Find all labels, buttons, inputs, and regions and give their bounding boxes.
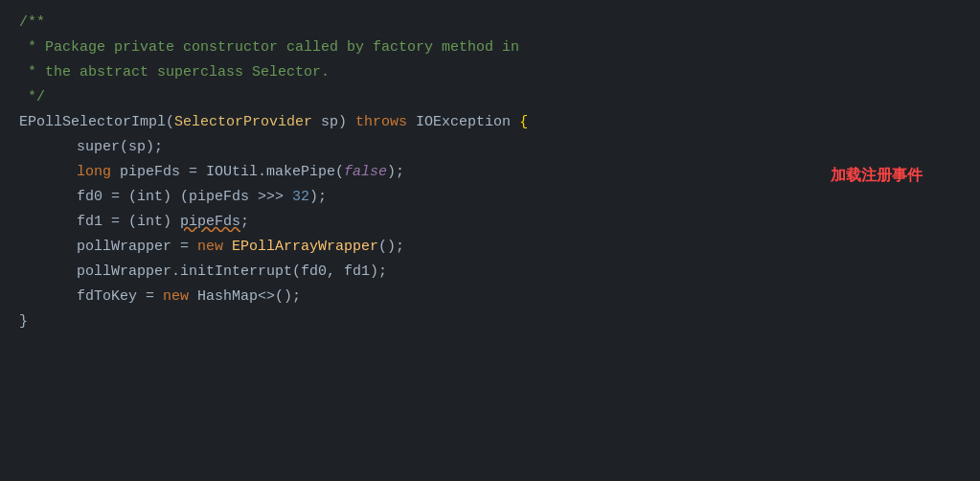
new-keyword: new — [197, 236, 223, 259]
fd1-assign: fd1 = (int) pipeFds; — [77, 211, 249, 234]
comment-text-1: /** — [19, 11, 45, 34]
fd0-assign: fd0 = (int) (pipeFds >>> — [77, 186, 292, 209]
comment-text-3: * the abstract superclass Selector. — [19, 61, 330, 84]
code-editor: /** * Package private constructor called… — [0, 0, 980, 481]
semicolon1: ); — [387, 161, 404, 184]
code-line-10: pollWrapper = new EPollArrayWrapper(); — [0, 236, 980, 261]
annotation-label: 加载注册事件 — [831, 163, 923, 188]
epoll-classname: EPollArrayWrapper — [232, 236, 378, 259]
number-32: 32 — [292, 186, 309, 209]
poll-wrapper-assign: pollWrapper = — [77, 236, 197, 259]
code-line-9: fd1 = (int) pipeFds; — [0, 211, 980, 236]
space2: pipeFds = IOUtil.makePipe( — [111, 161, 344, 184]
false-literal: false — [344, 161, 387, 184]
constructor-call: (); — [378, 236, 404, 259]
super-call: super(sp); — [77, 136, 163, 159]
closing-brace: } — [19, 310, 28, 333]
paren-close: ); — [309, 186, 327, 209]
long-keyword: long — [77, 161, 111, 184]
code-line-11: pollWrapper.initInterrupt(fd0, fd1); — [0, 261, 980, 286]
code-line-5: EPollSelectorImpl(SelectorProvider sp) t… — [0, 111, 980, 136]
throws-keyword: throws — [355, 111, 407, 134]
code-line-3: * the abstract superclass Selector. — [0, 61, 980, 86]
hashmap-call: HashMap<>(); — [189, 286, 301, 309]
code-line-12: fdToKey = new HashMap<>(); — [0, 286, 980, 310]
comment-text-2: * Package private constructor called by … — [19, 36, 519, 59]
code-line-4: */ — [0, 86, 980, 111]
fd-to-key-assign: fdToKey = — [77, 286, 163, 309]
space — [407, 111, 416, 134]
code-line-1: /** — [0, 11, 980, 36]
param-type: SelectorProvider — [174, 111, 312, 134]
constructor-name: EPollSelectorImpl( — [19, 111, 174, 134]
code-line-13: } — [0, 310, 980, 335]
exception-type: IOException — [416, 111, 511, 134]
new-keyword-2: new — [163, 286, 189, 309]
code-line-2: * Package private constructor called by … — [0, 36, 980, 61]
code-line-6: super(sp); — [0, 136, 980, 161]
poll-wrapper-init: pollWrapper.initInterrupt(fd0, fd1); — [77, 261, 387, 284]
space3 — [223, 236, 232, 259]
param-name: sp) — [312, 111, 355, 134]
open-brace: { — [511, 111, 528, 134]
code-line-8: fd0 = (int) (pipeFds >>> 32); — [0, 186, 980, 211]
comment-text-4: */ — [19, 86, 45, 109]
